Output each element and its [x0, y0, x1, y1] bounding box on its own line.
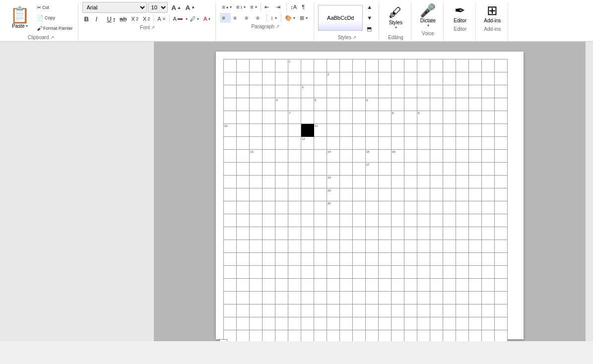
crossword-cell[interactable]	[456, 292, 469, 304]
crossword-cell[interactable]	[224, 266, 237, 279]
crossword-cell[interactable]: 5	[314, 98, 327, 111]
crossword-cell[interactable]	[340, 98, 353, 111]
crossword-cell[interactable]	[379, 292, 392, 304]
subscript-button[interactable]: X2	[129, 14, 140, 24]
crossword-cell[interactable]: 11	[314, 124, 327, 137]
crossword-cell[interactable]	[327, 279, 340, 292]
crossword-cell[interactable]	[250, 124, 263, 137]
crossword-cell[interactable]	[250, 317, 263, 330]
strikethrough-button[interactable]: ab	[118, 14, 129, 24]
crossword-cell[interactable]	[275, 279, 288, 292]
document-area[interactable]: 1234567891011121314151617181920 ⤢ Across…	[154, 42, 586, 341]
crossword-cell[interactable]	[469, 176, 482, 188]
crossword-cell[interactable]	[366, 111, 379, 124]
crossword-cell[interactable]	[288, 304, 301, 317]
crossword-cell[interactable]	[353, 85, 366, 98]
crossword-cell[interactable]	[366, 317, 379, 330]
crossword-cell[interactable]	[314, 292, 327, 304]
crossword-cell[interactable]	[224, 60, 237, 72]
crossword-cell[interactable]	[430, 188, 443, 201]
crossword-cell[interactable]	[469, 227, 482, 240]
justify-button[interactable]: ≡	[254, 13, 265, 23]
crossword-cell[interactable]	[430, 317, 443, 330]
borders-button[interactable]: ⊞▾	[298, 13, 310, 23]
crossword-cell[interactable]	[301, 72, 314, 85]
crossword-cell[interactable]	[288, 330, 301, 342]
crossword-cell[interactable]	[443, 98, 456, 111]
crossword-cell[interactable]	[443, 292, 456, 304]
decrease-indent-button[interactable]: ⇤	[263, 2, 273, 12]
crossword-cell[interactable]	[469, 60, 482, 72]
crossword-cell[interactable]	[250, 137, 263, 150]
crossword-cell[interactable]	[392, 137, 404, 150]
crossword-cell[interactable]	[263, 137, 275, 150]
align-right-button[interactable]: ≡	[243, 13, 254, 23]
increase-indent-button[interactable]: ⇥	[274, 2, 285, 12]
crossword-cell[interactable]	[301, 240, 314, 253]
crossword-cell[interactable]	[340, 60, 353, 72]
crossword-cell[interactable]	[379, 111, 392, 124]
crossword-cell[interactable]	[340, 330, 353, 342]
crossword-cell[interactable]	[301, 214, 314, 227]
crossword-cell[interactable]	[250, 201, 263, 214]
crossword-cell[interactable]	[314, 227, 327, 240]
crossword-cell[interactable]	[495, 72, 508, 85]
crossword-cell[interactable]	[482, 266, 495, 279]
format-painter-button[interactable]: 🖌 Format Painter	[35, 23, 75, 33]
crossword-cell[interactable]	[327, 292, 340, 304]
increase-font-button[interactable]: A▲	[170, 2, 183, 12]
crossword-cell[interactable]	[250, 85, 263, 98]
crossword-cell[interactable]	[430, 266, 443, 279]
crossword-cell[interactable]	[443, 253, 456, 266]
crossword-cell[interactable]	[417, 60, 430, 72]
crossword-cell[interactable]	[327, 85, 340, 98]
crossword-cell[interactable]	[237, 85, 250, 98]
crossword-cell[interactable]	[327, 317, 340, 330]
crossword-cell[interactable]	[495, 240, 508, 253]
crossword-cell[interactable]	[288, 292, 301, 304]
crossword-cell[interactable]	[301, 227, 314, 240]
crossword-cell[interactable]	[301, 266, 314, 279]
styles-scroll-up[interactable]: ▲	[365, 2, 376, 12]
crossword-cell[interactable]	[482, 150, 495, 163]
crossword-cell[interactable]	[237, 317, 250, 330]
crossword-cell[interactable]	[340, 292, 353, 304]
crossword-cell[interactable]	[263, 317, 275, 330]
crossword-cell[interactable]	[224, 317, 237, 330]
crossword-cell[interactable]	[288, 240, 301, 253]
crossword-cell[interactable]	[314, 85, 327, 98]
crossword-cell[interactable]	[327, 214, 340, 227]
crossword-cell[interactable]	[288, 188, 301, 201]
crossword-cell[interactable]	[301, 253, 314, 266]
clear-formatting-button[interactable]: A✕	[155, 14, 167, 24]
crossword-cell[interactable]	[456, 188, 469, 201]
crossword-cell[interactable]	[353, 214, 366, 227]
crossword-cell[interactable]	[469, 292, 482, 304]
crossword-cell[interactable]	[237, 163, 250, 176]
crossword-cell[interactable]	[404, 176, 417, 188]
crossword-cell[interactable]	[379, 317, 392, 330]
crossword-cell[interactable]	[417, 266, 430, 279]
crossword-cell[interactable]	[224, 176, 237, 188]
crossword-cell[interactable]	[495, 85, 508, 98]
crossword-cell[interactable]	[443, 304, 456, 317]
crossword-cell[interactable]	[353, 111, 366, 124]
crossword-cell[interactable]	[379, 253, 392, 266]
crossword-cell[interactable]	[263, 240, 275, 253]
crossword-cell[interactable]	[340, 240, 353, 253]
crossword-cell[interactable]	[495, 304, 508, 317]
crossword-cell[interactable]	[288, 124, 301, 137]
crossword-cell[interactable]	[250, 304, 263, 317]
crossword-cell[interactable]	[275, 240, 288, 253]
crossword-cell[interactable]	[366, 253, 379, 266]
move-handle[interactable]: ⤢	[219, 339, 227, 341]
crossword-cell[interactable]	[288, 266, 301, 279]
crossword-cell[interactable]	[263, 214, 275, 227]
crossword-cell[interactable]	[456, 85, 469, 98]
crossword-cell[interactable]	[379, 304, 392, 317]
crossword-cell[interactable]	[327, 98, 340, 111]
crossword-cell[interactable]	[237, 279, 250, 292]
crossword-cell[interactable]	[224, 137, 237, 150]
crossword-cell[interactable]	[314, 214, 327, 227]
crossword-cell[interactable]	[224, 150, 237, 163]
